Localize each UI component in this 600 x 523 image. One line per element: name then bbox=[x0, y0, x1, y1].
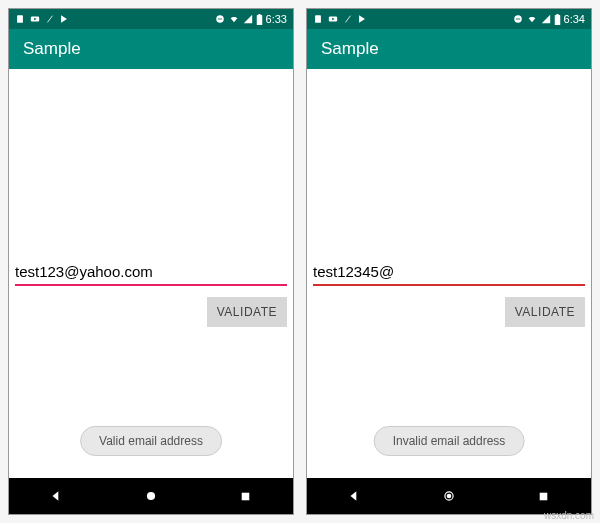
battery-icon bbox=[256, 14, 263, 25]
status-bar: 6:33 bbox=[9, 9, 293, 29]
nav-home-button[interactable] bbox=[419, 478, 479, 514]
status-right-icons: 6:33 bbox=[215, 13, 287, 25]
youtube-icon bbox=[327, 14, 339, 24]
app-title: Sample bbox=[321, 39, 379, 59]
status-bar: 6:34 bbox=[307, 9, 591, 29]
app-bar: Sample bbox=[307, 29, 591, 69]
svg-line-3 bbox=[48, 16, 53, 23]
slash-icon bbox=[343, 14, 353, 24]
signal-icon bbox=[243, 14, 253, 24]
svg-rect-8 bbox=[256, 15, 262, 25]
svg-rect-0 bbox=[17, 15, 23, 23]
status-time: 6:34 bbox=[564, 13, 585, 25]
svg-line-16 bbox=[346, 16, 351, 23]
status-time: 6:33 bbox=[266, 13, 287, 25]
status-left-icons bbox=[15, 14, 69, 24]
svg-rect-19 bbox=[515, 19, 519, 20]
input-row bbox=[313, 259, 585, 286]
email-input[interactable] bbox=[15, 259, 287, 286]
app-title: Sample bbox=[23, 39, 81, 59]
nav-recent-button[interactable] bbox=[514, 478, 574, 514]
validate-button[interactable]: VALIDATE bbox=[207, 297, 287, 327]
nav-recent-icon bbox=[239, 490, 252, 503]
wifi-icon bbox=[526, 14, 538, 24]
play-icon bbox=[59, 14, 69, 24]
svg-marker-10 bbox=[53, 491, 59, 500]
device-right: 6:34 Sample VALIDATE Invalid email addre… bbox=[306, 8, 592, 515]
nav-back-button[interactable] bbox=[26, 478, 86, 514]
svg-rect-13 bbox=[315, 15, 321, 23]
app-bar: Sample bbox=[9, 29, 293, 69]
nav-bar bbox=[307, 478, 591, 514]
toast-message: Invalid email address bbox=[374, 426, 525, 456]
svg-marker-23 bbox=[351, 491, 357, 500]
svg-marker-17 bbox=[359, 15, 365, 23]
device-left: 6:33 Sample VALIDATE Valid email address bbox=[8, 8, 294, 515]
status-left-icons bbox=[313, 14, 367, 24]
nav-back-button[interactable] bbox=[324, 478, 384, 514]
validate-button[interactable]: VALIDATE bbox=[505, 297, 585, 327]
svg-rect-22 bbox=[556, 14, 558, 15]
dnd-icon bbox=[513, 14, 523, 24]
toast-message: Valid email address bbox=[80, 426, 222, 456]
battery-icon bbox=[554, 14, 561, 25]
input-row bbox=[15, 259, 287, 286]
nav-recent-icon bbox=[537, 490, 550, 503]
youtube-icon bbox=[29, 14, 41, 24]
svg-marker-20 bbox=[541, 15, 549, 23]
wifi-icon bbox=[228, 14, 240, 24]
nav-back-icon bbox=[49, 489, 63, 503]
play-icon bbox=[357, 14, 367, 24]
nav-home-icon bbox=[442, 489, 456, 503]
watermark: wsxdn.com bbox=[544, 510, 594, 521]
nav-home-button[interactable] bbox=[121, 478, 181, 514]
content-area: VALIDATE Invalid email address bbox=[307, 69, 591, 478]
svg-marker-7 bbox=[243, 15, 251, 23]
clipboard-icon bbox=[15, 14, 25, 24]
status-right-icons: 6:34 bbox=[513, 13, 585, 25]
clipboard-icon bbox=[313, 14, 323, 24]
nav-back-icon bbox=[347, 489, 361, 503]
svg-point-11 bbox=[147, 492, 155, 500]
svg-marker-4 bbox=[61, 15, 67, 23]
svg-point-25 bbox=[447, 494, 452, 499]
svg-rect-21 bbox=[554, 15, 560, 25]
svg-rect-12 bbox=[242, 492, 250, 500]
nav-home-icon bbox=[144, 489, 158, 503]
dnd-icon bbox=[215, 14, 225, 24]
svg-rect-6 bbox=[217, 19, 221, 20]
signal-icon bbox=[541, 14, 551, 24]
email-input[interactable] bbox=[313, 259, 585, 286]
slash-icon bbox=[45, 14, 55, 24]
nav-recent-button[interactable] bbox=[216, 478, 276, 514]
content-area: VALIDATE Valid email address bbox=[9, 69, 293, 478]
svg-rect-9 bbox=[258, 14, 260, 15]
nav-bar bbox=[9, 478, 293, 514]
svg-rect-26 bbox=[540, 492, 548, 500]
